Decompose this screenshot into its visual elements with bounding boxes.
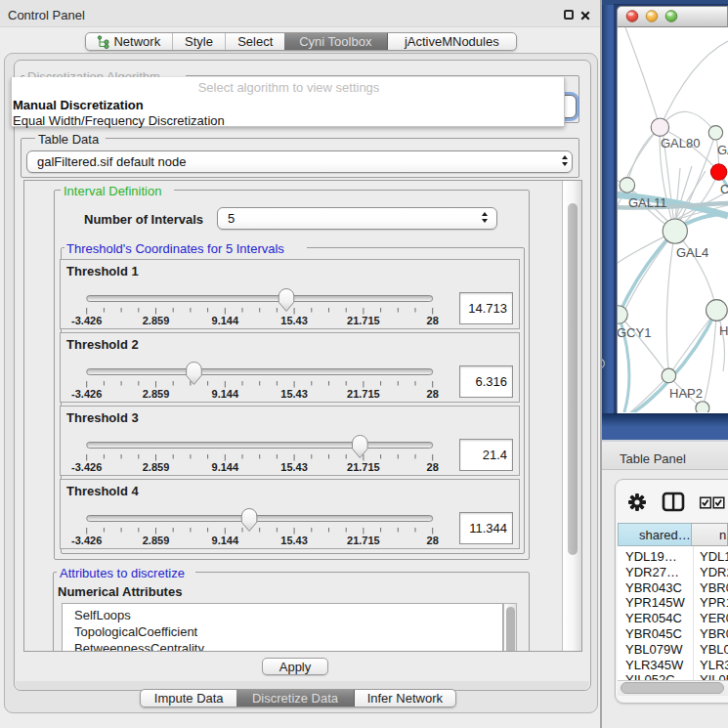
svg-text:9.144: 9.144 [212,535,239,546]
svg-text:HAP2: HAP2 [669,386,703,401]
svg-text:9.144: 9.144 [212,315,239,326]
svg-text:9.144: 9.144 [212,461,239,473]
svg-text:21.715: 21.715 [347,461,380,473]
svg-text:28: 28 [427,388,439,400]
svg-text:-3.426: -3.426 [71,461,102,473]
svg-text:C: C [720,182,728,196]
svg-text:15.43: 15.43 [280,461,308,473]
svg-text:15.43: 15.43 [280,388,308,400]
svg-text:HI: HI [719,323,728,338]
svg-text:28: 28 [427,461,439,473]
svg-text:GAL80: GAL80 [661,136,700,150]
svg-text:-3.426: -3.426 [71,388,102,400]
svg-text:GA: GA [717,143,728,157]
svg-text:GAL11: GAL11 [628,195,667,210]
svg-text:2.859: 2.859 [143,461,170,473]
svg-text:15.43: 15.43 [280,535,308,546]
svg-text:-3.426: -3.426 [71,315,102,326]
svg-text:2.859: 2.859 [143,388,170,400]
svg-text:-3.426: -3.426 [71,535,102,546]
svg-text:GAL4: GAL4 [676,245,708,260]
svg-text:2.859: 2.859 [143,315,170,326]
svg-text:21.715: 21.715 [347,535,380,546]
svg-text:15.43: 15.43 [280,315,308,326]
svg-text:21.715: 21.715 [347,388,380,400]
svg-text:9.144: 9.144 [212,388,239,400]
svg-text:GCY1: GCY1 [618,325,651,340]
svg-text:2.859: 2.859 [143,535,170,546]
svg-text:21.715: 21.715 [347,315,380,326]
svg-text:28: 28 [427,535,439,546]
svg-text:28: 28 [427,315,439,326]
